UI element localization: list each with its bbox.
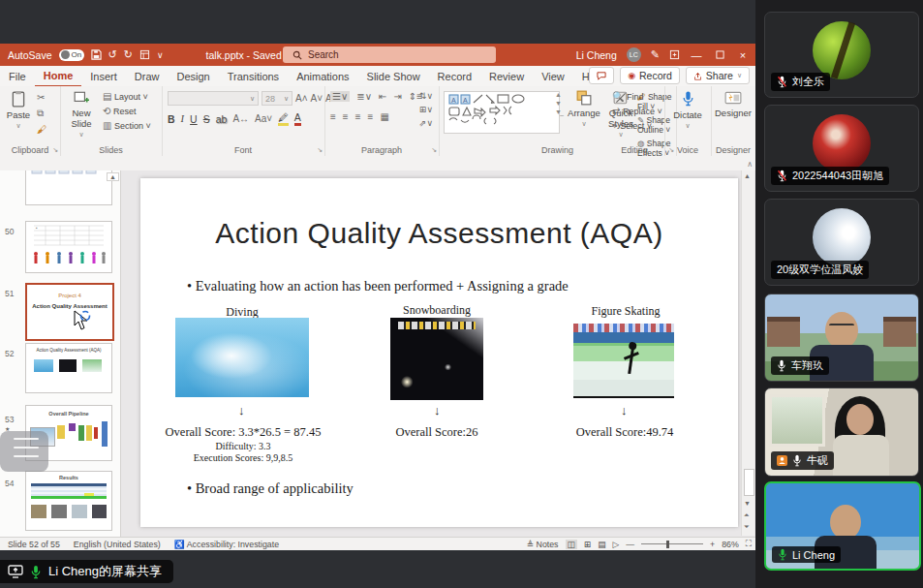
smartart-convert-icon[interactable]: ⇗∨ [419,118,433,128]
quick-access-chevron-icon[interactable]: ∨ [157,50,164,60]
numbering-button[interactable]: ≣∨ [356,91,372,102]
fit-slide-icon[interactable]: ⛶ [746,539,752,549]
slide-scrollbar[interactable]: ▲ ▼ ⏶ ⏷ [741,170,754,536]
tab-design[interactable]: Design [168,66,218,86]
thumbnail-slide-51-selected[interactable]: Project 4 Action Quality Assessment [25,283,114,341]
paste-button[interactable]: Paste∨ [4,90,33,130]
underline-button[interactable]: U [190,113,198,125]
font-size-box[interactable]: 28∨ [262,91,292,106]
thumbnail-slide-49[interactable] [25,170,112,205]
align-right-icon[interactable]: ≡ [355,111,361,122]
format-painter-icon[interactable]: 🖌 [37,124,46,135]
align-left-icon[interactable]: ≡ [330,111,336,122]
participant-tile-4[interactable]: 车翔玖 [764,294,919,382]
participant-tile-5[interactable]: 牛砚 [764,387,919,477]
zoom-out-icon[interactable]: — [626,540,634,549]
restore-button[interactable] [713,49,726,61]
tab-home[interactable]: Home [35,65,82,87]
shapes-scroll-up-icon[interactable]: ▲ [555,91,562,98]
language-status[interactable]: English (United States) [74,540,161,549]
close-button[interactable]: × [736,49,750,61]
text-direction-icon[interactable]: ⇅∨ [419,91,433,101]
thumbnail-slide-54[interactable]: Results [25,471,112,531]
arrange-button[interactable]: Arrange∨ [567,90,601,128]
normal-view-icon[interactable]: ◫ [566,540,577,549]
account-avatar[interactable]: LC [627,47,641,62]
cut-icon[interactable]: ✂ [37,92,46,103]
record-button[interactable]: ◉ Record [620,67,680,84]
notes-button[interactable]: ≜ Notes [527,540,559,549]
slide-thumbnail-panel[interactable]: 50 ▪ 51 Proje [0,170,121,548]
collapse-ribbon-icon[interactable]: ∧ [747,160,753,169]
floating-share-toolbar[interactable] [0,431,48,472]
current-slide[interactable]: Action Quality Assessment (AQA) • Evalua… [140,178,738,527]
tab-record[interactable]: Record [429,66,480,86]
change-case-icon[interactable]: Aa˅ [255,113,272,124]
slideshow-icon[interactable]: ▷ [613,540,620,549]
participant-tile-6-active-speaker[interactable]: Li Cheng [764,481,921,571]
redo-icon[interactable]: ↻ [124,48,133,61]
search-input[interactable]: Search [283,46,496,63]
bullets-button[interactable]: ☰∨ [330,91,350,102]
find-button[interactable]: 🔍 Find [612,91,662,102]
layout-button[interactable]: ▤ Layout ˅ [103,91,151,102]
copy-icon[interactable]: ⧉ [37,108,46,119]
scrollbar-thumb[interactable] [744,469,754,496]
dictate-button[interactable]: Dictate∨ [670,90,705,130]
zoom-slider[interactable] [641,543,703,545]
shapes-scroll-down-icon[interactable]: ▼ [555,100,562,107]
print-preview-icon[interactable] [139,49,150,60]
participant-tile-1[interactable]: 刘全乐 [764,12,919,98]
zoom-slider-knob[interactable] [666,541,669,548]
bold-button[interactable]: B [168,113,175,125]
tab-view[interactable]: View [533,66,573,86]
decrease-indent-icon[interactable]: ⇤ [379,91,386,102]
autosave-toggle[interactable]: On [59,49,84,61]
increase-indent-icon[interactable]: ⇥ [393,91,401,102]
slide-sorter-icon[interactable]: ⊞ [584,540,591,549]
tab-file[interactable]: File [0,66,35,86]
thumbnail-slide-52[interactable]: Action Quality Assessment (AQA) [25,343,112,393]
comments-button[interactable] [589,67,614,84]
zoom-in-icon[interactable]: + [710,540,715,549]
figure-skating-image[interactable] [573,324,674,398]
select-button[interactable]: ⌖ Select ˅ [612,120,662,132]
accessibility-status[interactable]: ♿ Accessibility: Investigate [174,540,279,549]
paragraph-dialog-launcher-icon[interactable]: ↘ [431,146,437,154]
replace-button[interactable]: ⇄ Replace ˅ [612,106,662,116]
justify-icon[interactable]: ≡ [368,111,374,122]
thumbnail-slide-50[interactable]: ▪ [25,221,112,273]
ink-pen-icon[interactable]: ✎ [651,48,660,61]
font-name-box[interactable]: ∨ [168,91,259,106]
screen-share-banner[interactable]: Li Cheng的屏幕共享 [0,560,173,583]
reading-view-icon[interactable]: ▤ [598,540,605,549]
shapes-more-icon[interactable]: ▼̲ [555,108,562,115]
strikethrough-button[interactable]: S [203,113,210,125]
share-button[interactable]: Share ∨ [686,67,750,84]
align-center-icon[interactable]: ≡ [343,111,349,122]
next-slide-icon[interactable]: ⏷ [744,523,750,531]
previous-slide-icon[interactable]: ⏶ [744,511,750,519]
font-color-icon[interactable]: A [294,111,301,126]
align-text-icon[interactable]: ⊞∨ [419,105,433,114]
clipboard-dialog-launcher-icon[interactable]: ↘ [52,146,58,154]
diving-image[interactable] [175,318,309,397]
font-dialog-launcher-icon[interactable]: ↘ [317,146,323,154]
participant-tile-2[interactable]: 2022544043田朝旭 [764,105,919,192]
zoom-level[interactable]: 86% [722,540,739,549]
thumbnail-scroll-up-icon[interactable]: ▲ [107,172,119,181]
tab-slide-show[interactable]: Slide Show [358,66,429,86]
ribbon-display-icon[interactable] [669,49,680,60]
participant-tile-3[interactable]: 20级双学位温凤姣 [764,199,919,286]
account-name[interactable]: Li Cheng [576,49,617,61]
undo-icon[interactable]: ↺ [108,48,117,61]
designer-button[interactable]: Designer [715,90,752,118]
columns-icon[interactable]: ▦ [380,111,388,122]
minimize-button[interactable]: — [690,49,703,61]
section-button[interactable]: ▥ Section ˅ [103,120,151,131]
tab-animations[interactable]: Animations [288,66,357,86]
tab-insert[interactable]: Insert [81,66,126,86]
italic-button[interactable]: I [181,113,185,124]
scroll-up-icon[interactable]: ▲ [744,172,751,179]
highlight-color-icon[interactable]: 🖉 [278,111,289,126]
